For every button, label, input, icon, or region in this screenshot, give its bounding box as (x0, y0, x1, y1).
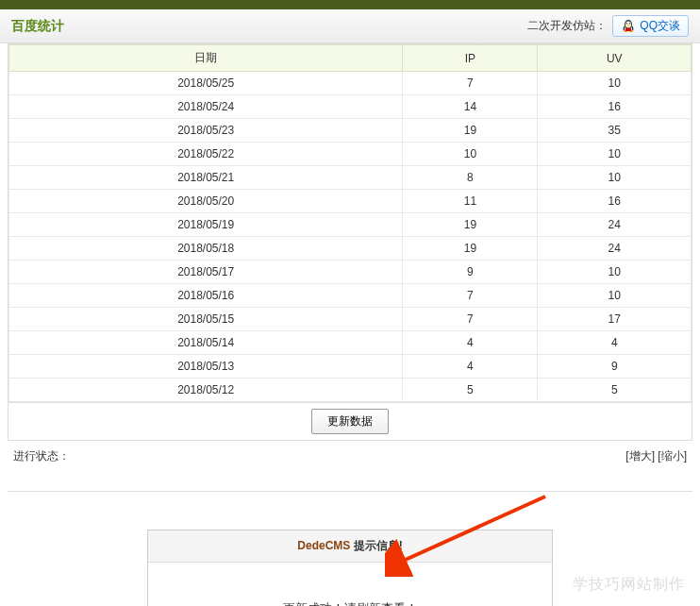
cell-uv: 9 (538, 355, 692, 379)
top-bar (0, 0, 700, 9)
qq-chat-button[interactable]: QQ交谈 (612, 15, 689, 37)
zoom-in-link[interactable]: [增大] (625, 449, 655, 463)
table-row: 2018/05/17910 (9, 261, 692, 284)
cell-uv: 5 (538, 379, 692, 402)
message-box: DedeCMS 提示信息! 更新成功！请刷新查看！ (147, 530, 553, 606)
cell-date: 2018/05/12 (9, 379, 403, 402)
cell-date: 2018/05/16 (9, 284, 403, 308)
cell-ip: 7 (403, 308, 538, 331)
cell-date: 2018/05/19 (9, 213, 403, 237)
update-button[interactable]: 更新数据 (311, 409, 389, 434)
message-title: DedeCMS 提示信息! (148, 530, 552, 563)
cell-ip: 11 (403, 190, 538, 213)
cell-date: 2018/05/14 (9, 331, 403, 355)
table-row: 2018/05/1255 (9, 379, 692, 402)
table-header-row: 日期 IP UV (9, 45, 692, 72)
zoom-out-link[interactable]: [缩小] (658, 449, 687, 463)
col-ip: IP (403, 45, 538, 72)
table-row: 2018/05/1349 (9, 355, 692, 379)
watermark: 学技巧网站制作 (573, 575, 685, 595)
cell-uv: 35 (538, 119, 692, 143)
qq-chat-label: QQ交谈 (640, 18, 680, 34)
cell-ip: 8 (403, 166, 538, 190)
cell-uv: 16 (538, 190, 692, 213)
svg-point-4 (627, 25, 630, 26)
header-right: 二次开发仿站： QQ交谈 (527, 15, 689, 37)
cell-ip: 14 (403, 95, 538, 119)
status-label: 进行状态： (13, 448, 70, 464)
message-title-suffix: 提示信息! (350, 539, 402, 552)
table-row: 2018/05/21810 (9, 166, 692, 190)
cell-uv: 24 (538, 213, 692, 237)
table-row: 2018/05/1444 (9, 331, 692, 355)
zoom-controls: [增大] [缩小] (625, 448, 687, 464)
stats-table: 日期 IP UV 2018/05/257102018/05/2414162018… (8, 44, 692, 402)
cell-uv: 10 (538, 72, 692, 95)
cell-ip: 4 (403, 331, 538, 355)
status-bar: 进行状态： [增大] [缩小] (0, 441, 700, 472)
cell-ip: 19 (403, 213, 538, 237)
cell-date: 2018/05/22 (9, 143, 403, 166)
cell-date: 2018/05/25 (9, 72, 403, 95)
cell-date: 2018/05/24 (9, 95, 403, 119)
cell-ip: 7 (403, 284, 538, 308)
col-uv: UV (538, 45, 692, 72)
svg-point-3 (629, 23, 631, 25)
cell-date: 2018/05/15 (9, 308, 403, 331)
button-row: 更新数据 (8, 403, 692, 441)
svg-rect-7 (625, 28, 631, 31)
sub-site-label: 二次开发仿站： (527, 18, 607, 34)
qq-icon (621, 19, 636, 34)
cell-ip: 7 (403, 72, 538, 95)
table-row: 2018/05/221010 (9, 143, 692, 166)
cell-ip: 9 (403, 261, 538, 284)
cell-uv: 17 (538, 308, 692, 331)
cell-uv: 16 (538, 95, 692, 119)
cell-uv: 24 (538, 237, 692, 261)
table-row: 2018/05/181924 (9, 237, 692, 261)
message-body: 更新成功！请刷新查看！ (148, 563, 552, 606)
table-row: 2018/05/15717 (9, 308, 692, 331)
page-title: 百度统计 (11, 18, 64, 35)
cell-date: 2018/05/23 (9, 119, 403, 143)
cell-uv: 10 (538, 143, 692, 166)
table-row: 2018/05/231935 (9, 119, 692, 143)
cell-uv: 10 (538, 284, 692, 308)
cell-date: 2018/05/18 (9, 237, 403, 261)
cell-ip: 4 (403, 355, 538, 379)
page-header: 百度统计 二次开发仿站： QQ交谈 (0, 9, 700, 43)
stats-table-wrap: 日期 IP UV 2018/05/257102018/05/2414162018… (8, 43, 692, 403)
cell-uv: 10 (538, 261, 692, 284)
cell-ip: 5 (403, 379, 538, 402)
cell-date: 2018/05/17 (9, 261, 403, 284)
table-row: 2018/05/191924 (9, 213, 692, 237)
cell-ip: 19 (403, 237, 538, 261)
cell-ip: 10 (403, 143, 538, 166)
cell-date: 2018/05/13 (9, 355, 403, 379)
table-row: 2018/05/25710 (9, 72, 692, 95)
cell-date: 2018/05/21 (9, 166, 403, 190)
table-row: 2018/05/201116 (9, 190, 692, 213)
cell-ip: 19 (403, 119, 538, 143)
message-brand: DedeCMS (297, 539, 350, 552)
cell-date: 2018/05/20 (9, 190, 403, 213)
cell-uv: 10 (538, 166, 692, 190)
table-row: 2018/05/16710 (9, 284, 692, 308)
svg-point-2 (626, 23, 628, 25)
col-date: 日期 (9, 45, 403, 72)
table-row: 2018/05/241416 (9, 95, 692, 119)
cell-uv: 4 (538, 331, 692, 355)
